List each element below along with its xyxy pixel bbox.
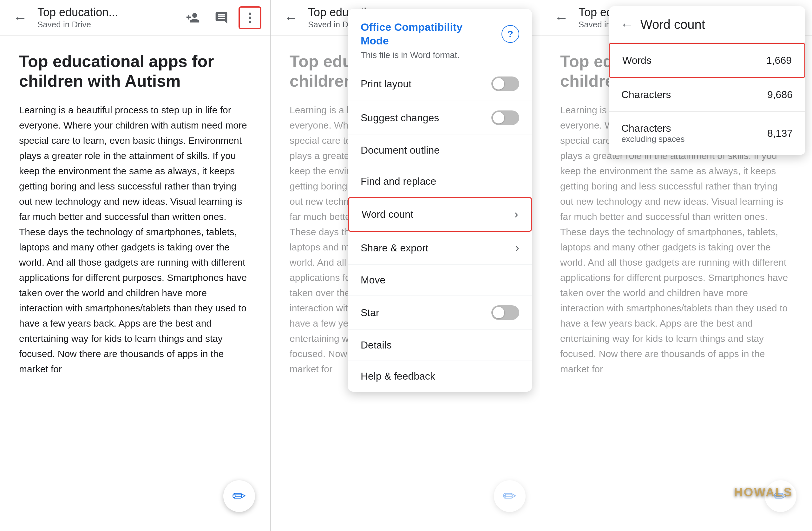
three-dot-button[interactable] xyxy=(238,6,261,29)
menu-header-title: Office CompatibilityMode xyxy=(361,20,462,47)
menu-item-help-feedback[interactable]: Help & feedback xyxy=(348,361,532,392)
wc-label-characters-text: Characters xyxy=(621,89,671,101)
svg-point-2 xyxy=(249,20,251,23)
fab-edit-3[interactable]: ✏ xyxy=(765,480,796,512)
wc-label-words: Words xyxy=(622,55,652,66)
wc-title: Word count xyxy=(640,17,705,32)
wc-label-characters: Characters xyxy=(621,89,671,101)
doc-subtitle-1: Saved in Drive xyxy=(38,20,176,29)
menu-item-label-move: Move xyxy=(361,274,386,286)
menu-header: Office CompatibilityMode ? This file is … xyxy=(348,9,532,67)
toggle-suggest-changes[interactable] xyxy=(491,110,519,125)
comment-icon[interactable] xyxy=(210,6,233,29)
wc-label-characters-nospace: Characters excluding spaces xyxy=(621,123,684,144)
word-count-panel: ← Word count Words 1,669 Characters 9,68… xyxy=(609,6,805,155)
panel-1: ← Top education... Saved in Drive Top ed… xyxy=(0,0,271,531)
back-button-1[interactable]: ← xyxy=(9,6,32,29)
toggle-knob-suggest xyxy=(493,112,504,124)
menu-item-word-count[interactable]: Word count › xyxy=(348,197,532,232)
menu-item-move[interactable]: Move xyxy=(348,265,532,296)
menu-item-label-help-feedback: Help & feedback xyxy=(361,371,435,382)
menu-item-label-suggest-changes: Suggest changes xyxy=(361,112,439,124)
chevron-right-icon-word-count: › xyxy=(514,208,518,221)
menu-item-label-details: Details xyxy=(361,339,392,351)
menu-item-label-print-layout: Print layout xyxy=(361,78,411,90)
wc-label-words-text: Words xyxy=(622,55,652,66)
doc-main-title-1: Top educational apps for children with A… xyxy=(19,52,251,91)
top-bar-icons-1 xyxy=(182,6,261,29)
wc-value-characters-nospace: 8,137 xyxy=(767,128,793,139)
wc-row-words: Words 1,669 xyxy=(609,43,805,78)
doc-body-1: Learning is a beautiful process to step … xyxy=(19,102,251,377)
chevron-right-icon-share: › xyxy=(515,241,519,255)
menu-item-label-star: Star xyxy=(361,307,379,319)
menu-item-label-word-count: Word count xyxy=(362,209,413,220)
wc-row-characters-nospace: Characters excluding spaces 8,137 xyxy=(609,112,805,155)
back-button-2[interactable]: ← xyxy=(279,6,302,29)
svg-point-1 xyxy=(249,16,251,19)
wc-row-characters: Characters 9,686 xyxy=(609,78,805,112)
wc-sublabel-excluding-spaces: excluding spaces xyxy=(621,134,684,144)
wc-back-button[interactable]: ← xyxy=(620,16,634,32)
menu-header-desc: This file is in Word format. xyxy=(361,51,519,60)
menu-item-label-share-export: Share & export xyxy=(361,242,428,254)
menu-item-label-document-outline: Document outline xyxy=(361,144,440,156)
back-button-3[interactable]: ← xyxy=(550,6,573,29)
add-person-icon[interactable] xyxy=(182,6,204,29)
wc-value-words: 1,669 xyxy=(766,55,792,66)
panel-3: ← Top education... Saved in Drive Top ed… xyxy=(541,0,812,531)
toggle-knob-print-layout xyxy=(493,78,504,89)
title-block-1: Top education... Saved in Drive xyxy=(38,6,176,29)
fab-edit-2[interactable]: ✏ xyxy=(494,480,525,512)
doc-title-1: Top education... xyxy=(38,6,176,19)
menu-item-label-find-replace: Find and replace xyxy=(361,176,436,187)
toggle-print-layout[interactable] xyxy=(491,76,519,91)
doc-content-1: Top educational apps for children with A… xyxy=(0,36,270,393)
dropdown-menu: Office CompatibilityMode ? This file is … xyxy=(348,9,532,392)
toggle-star[interactable] xyxy=(491,305,519,320)
panel-2: ← Top education... Saved in Drive Top ed… xyxy=(271,0,541,531)
fab-edit-1[interactable]: ✏ xyxy=(223,480,255,512)
svg-point-0 xyxy=(249,12,251,15)
menu-item-details[interactable]: Details xyxy=(348,330,532,361)
toggle-knob-star xyxy=(493,307,504,318)
menu-item-star[interactable]: Star xyxy=(348,296,532,330)
menu-item-find-replace[interactable]: Find and replace xyxy=(348,166,532,197)
menu-item-print-layout[interactable]: Print layout xyxy=(348,67,532,101)
menu-item-share-export[interactable]: Share & export › xyxy=(348,232,532,265)
top-bar-1: ← Top education... Saved in Drive xyxy=(0,0,270,36)
help-circle-icon[interactable]: ? xyxy=(502,25,519,43)
wc-label-characters-nospace-text: Characters xyxy=(621,123,684,134)
wc-value-characters: 9,686 xyxy=(767,89,793,101)
menu-header-top: Office CompatibilityMode ? xyxy=(361,20,519,47)
menu-item-suggest-changes[interactable]: Suggest changes xyxy=(348,101,532,135)
menu-item-document-outline[interactable]: Document outline xyxy=(348,135,532,166)
wc-header: ← Word count xyxy=(609,6,805,43)
